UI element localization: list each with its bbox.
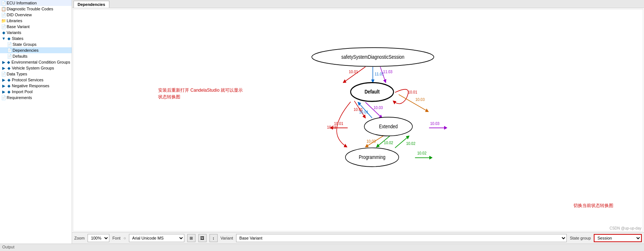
doc-icon6: 📄 [7,54,12,58]
font-select[interactable]: Arial Unicode MS [129,234,184,242]
sidebar-label-variants: Variants [7,30,21,35]
sidebar-item-defaults[interactable]: 📄 Defaults [0,53,72,59]
zoom-label: Zoom [74,236,85,240]
diamond-icon3: ◆ [7,60,11,64]
svg-text:10.01: 10.01 [349,69,358,74]
diamond-icon: ◆ [1,30,6,35]
expand-icon4: ▶ [1,78,6,82]
sidebar-item-base-variant[interactable]: 📄 Base Variant [0,24,72,30]
list-icon: 📋 [1,7,6,11]
tab-dependencies[interactable]: Dependencies [74,1,109,8]
variant-label: Variant [221,236,233,240]
sidebar-label-defaults: Defaults [13,54,27,58]
pointer-icon-button[interactable]: ↕ [209,234,218,242]
sidebar-label-states: States [12,36,23,41]
sidebar-label-data-types: Data Types [7,72,27,76]
sidebar-item-variants[interactable]: ◆ Variants [0,30,72,35]
zoom-select[interactable]: 100% 50% 75% 125% 150% 200% [88,234,109,242]
svg-text:10.03: 10.03 [327,125,336,129]
svg-text:10.02: 10.02 [406,141,415,146]
svg-text:Extended: Extended [379,123,398,129]
doc-icon: 📄 [1,1,6,5]
watermark: CSDN @up-up-day [610,226,641,230]
sidebar-label-requirements: Requirements [7,95,32,100]
expand-icon3: ▶ [1,66,6,70]
output-bar: Output [0,244,644,251]
sidebar-item-data-types[interactable]: 📄 Data Types [0,71,72,77]
bottom-toolbar: Zoom 100% 50% 75% 125% 150% 200% Font ○ … [72,232,644,244]
sidebar-label-base-variant: Base Variant [7,24,30,29]
sidebar-label-vehicle-groups: Vehicle System Groups [12,66,54,70]
svg-text:10.02: 10.02 [417,151,426,156]
sidebar-item-dependencies[interactable]: 📄 Dependencies [0,47,72,53]
diamond-icon7: ◆ [7,89,11,94]
svg-text:10.01: 10.01 [359,109,368,114]
expand-icon5: ▶ [1,84,6,88]
svg-text:10.02: 10.02 [384,140,393,145]
state-group-select[interactable]: Session [594,234,642,242]
annotation-text-2: 切换当前状态转换图 [573,203,613,209]
sidebar-item-vehicle-groups[interactable]: ▶ ◆ Vehicle System Groups [0,65,72,71]
sidebar-label-did: DID Overview [7,13,32,17]
grid-icon-button[interactable]: ⊞ [187,234,195,242]
svg-text:11.03: 11.03 [383,69,392,74]
sidebar-label-import-pool: Import Pool [12,89,33,94]
sidebar: 📄 ECU Information 📋 Diagnostic Trouble C… [0,0,72,244]
image-icon-button[interactable]: 🖼 [198,234,207,242]
doc-icon4: 📄 [7,42,12,47]
sidebar-item-did[interactable]: 📄 DID Overview [0,12,72,18]
diamond-icon5: ◆ [7,78,11,82]
sidebar-item-ecu[interactable]: 📄 ECU Information [0,0,72,6]
svg-text:safetySystemDiagnosticSession: safetySystemDiagnosticSession [341,54,405,60]
doc-icon7: 📄 [1,72,6,76]
sidebar-item-protocol[interactable]: ▶ ◆ Protocol Services [0,77,72,83]
font-label: Font [112,236,120,240]
sidebar-label-negative: Negative Responses [12,84,50,88]
state-diagram: 10.01 11.01 11.03 10.01 10.03 10.01 10 [73,9,643,231]
folder-icon: 📁 [1,18,6,23]
diamond-icon6: ◆ [7,84,11,88]
expand-icon6: ▶ [1,89,6,94]
diamond-icon2: ◆ [7,36,11,41]
sidebar-item-libraries[interactable]: 📁 Libraries [0,18,72,24]
doc-icon2: 📄 [1,13,6,17]
tab-bar: Dependencies [72,0,644,8]
sidebar-item-state-groups[interactable]: 📄 State Groups [0,41,72,47]
sidebar-item-env-groups[interactable]: ▶ ◆ Environmental Condition Groups [0,59,72,65]
state-group-label: State group [570,236,591,240]
font-circle-icon: ○ [123,236,126,240]
diamond-icon4: ◆ [7,66,11,70]
doc-icon8: 📄 [1,95,6,100]
sidebar-label-libraries: Libraries [7,18,22,23]
svg-text:10.03: 10.03 [367,139,376,143]
sidebar-label-dtc: Diagnostic Trouble Codes [7,7,53,11]
expand-icon: ▼ [1,36,6,41]
doc-icon5: 📄 [7,48,12,52]
sidebar-label-state-groups: State Groups [13,42,37,47]
doc-icon3: 📄 [1,24,6,29]
sidebar-item-dtc[interactable]: 📋 Diagnostic Trouble Codes [0,6,72,12]
sidebar-label-env-groups: Environmental Condition Groups [11,60,70,64]
expand-icon2: ▶ [1,60,6,64]
sidebar-item-states[interactable]: ▼ ◆ States [0,35,72,41]
svg-text:Programming: Programming [359,154,385,160]
main-content: Dependencies 安装后重新打开 CandelaStudio 就可以显示… [72,0,644,244]
sidebar-label-dependencies: Dependencies [13,48,38,52]
sidebar-item-negative[interactable]: ▶ ◆ Negative Responses [0,83,72,89]
svg-text:Default: Default [365,89,380,95]
svg-text:10.03: 10.03 [415,97,425,102]
svg-text:10.01: 10.01 [408,90,417,95]
sidebar-label-ecu: ECU Information [7,1,37,5]
sidebar-label-protocol: Protocol Services [12,78,44,82]
sidebar-item-requirements[interactable]: 📄 Requirements [0,95,72,101]
canvas-area[interactable]: 安装后重新打开 CandelaStudio 就可以显示 状态转换图 10.01 … [73,9,643,231]
sidebar-item-import-pool[interactable]: ▶ ◆ Import Pool [0,89,72,95]
svg-text:10.03: 10.03 [374,105,383,110]
svg-text:10.03: 10.03 [430,121,439,126]
variant-select[interactable]: Base Variant [236,234,567,242]
